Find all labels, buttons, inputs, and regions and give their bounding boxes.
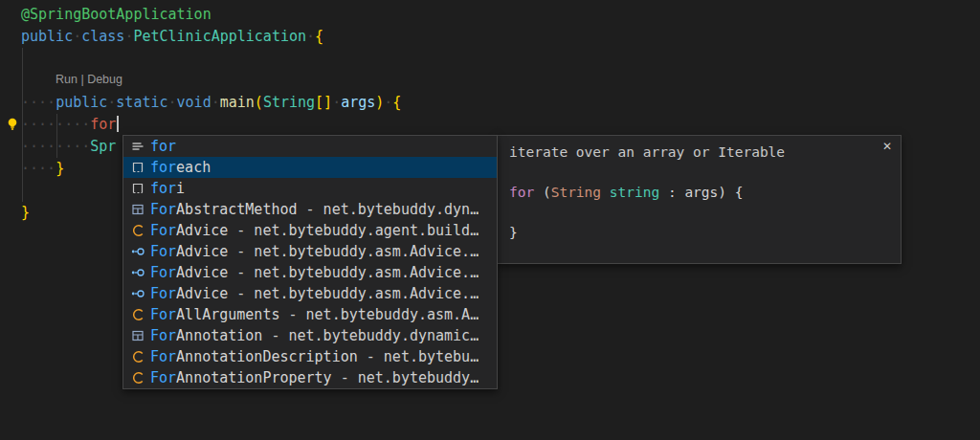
suggestion-label: ForAllArguments - net.bytebuddy.asm.A…: [150, 306, 479, 323]
doc-line: for (String string : args) {: [509, 183, 889, 203]
suggestion-item[interactable]: fori: [123, 178, 497, 199]
code-token: public: [21, 28, 73, 45]
suggestion-detail-text: - net.bytebu…: [358, 348, 479, 365]
code-token: ·: [73, 28, 81, 45]
codelens-row: Run | Debug: [21, 70, 980, 92]
doc-token: [601, 185, 610, 200]
suggestion-label: for: [150, 138, 176, 155]
text-cursor: [117, 116, 119, 132]
code-token: }: [21, 204, 30, 221]
suggestion-item[interactable]: ForAdvice - net.bytebuddy.asm.Advice.…: [123, 262, 497, 283]
suggestion-rest-text: i: [176, 180, 185, 197]
suggestion-rest-text: Advice: [176, 243, 228, 260]
suggestion-label: ForAnnotation - net.bytebuddy.dynamic…: [150, 327, 479, 344]
code-token: @SpringBootApplication: [21, 6, 212, 23]
code-line[interactable]: ····public·static·void·main(String[]·arg…: [21, 92, 980, 114]
suggest-details-panel: ✕ iterate over an array or Iterablefor (…: [497, 135, 902, 264]
suggestion-match-text: For: [150, 369, 176, 386]
code-token: ·: [384, 94, 392, 111]
code-token: String: [263, 94, 315, 111]
suggestion-match-text: For: [150, 348, 176, 365]
doc-line: iterate over an array or Iterable: [509, 143, 889, 163]
suggest-details-content: iterate over an array or Iterablefor (St…: [509, 143, 889, 243]
code-token: ·: [107, 94, 116, 111]
structure-icon: [128, 202, 147, 217]
class-icon: [128, 370, 147, 385]
doc-line: [509, 163, 889, 183]
suggestion-rest-text: AnnotationProperty: [176, 369, 332, 386]
doc-token: iterate over an array or Iterable: [509, 144, 785, 160]
code-token: (: [255, 94, 263, 111]
suggestion-label: ForAdvice - net.bytebuddy.asm.Advice.…: [150, 264, 479, 281]
suggestion-detail-text: - net.bytebuddy…: [332, 369, 479, 386]
suggestion-rest-text: Advice: [176, 222, 228, 239]
suggestion-item[interactable]: ForAnnotationProperty - net.bytebuddy…: [123, 367, 497, 388]
code-token: {: [315, 28, 323, 45]
code-token: {: [392, 94, 401, 111]
doc-token: args: [684, 185, 718, 200]
suggestion-label: ForAdvice - net.bytebuddy.agent.build…: [150, 222, 479, 239]
doc-token: for: [509, 185, 534, 200]
suggestion-label: fori: [150, 180, 185, 197]
suggestion-item[interactable]: for: [123, 136, 497, 157]
code-token: ····: [21, 94, 56, 111]
codelens-debug-link[interactable]: Debug: [87, 73, 122, 86]
code-token: void: [177, 94, 212, 111]
suggestion-item[interactable]: ForAdvice - net.bytebuddy.agent.build…: [123, 220, 497, 241]
suggestion-item[interactable]: ForAllArguments - net.bytebuddy.asm.A…: [123, 304, 497, 325]
keyword-icon: [128, 139, 147, 154]
suggestion-detail-text: - net.bytebuddy.dyn…: [298, 201, 479, 218]
suggestion-rest-text: each: [176, 159, 211, 176]
code-token: for: [90, 116, 116, 133]
suggestion-label: ForAdvice - net.bytebuddy.asm.Advice.…: [150, 285, 479, 302]
code-token: []: [315, 94, 332, 111]
close-icon[interactable]: ✕: [882, 140, 892, 153]
code-token: }: [56, 160, 64, 177]
suggestion-rest-text: Annotation: [176, 327, 262, 344]
suggestion-match-text: For: [150, 264, 176, 281]
code-line-blank[interactable]: [21, 48, 980, 70]
suggestion-label: foreach: [150, 159, 211, 176]
class-icon: [128, 223, 147, 238]
code-token: ·: [212, 94, 220, 111]
doc-token: ) {: [718, 185, 743, 200]
lightbulb-icon[interactable]: [5, 117, 20, 132]
doc-line: }: [509, 223, 889, 243]
suggestion-rest-text: Advice: [176, 285, 228, 302]
reference-icon: [128, 286, 147, 301]
code-token: class: [81, 28, 124, 45]
code-line[interactable]: public·class·PetClinicApplication·{: [21, 26, 980, 48]
suggestion-label: ForAnnotationDescription - net.bytebu…: [150, 348, 479, 365]
suggestion-detail-text: - net.bytebuddy.asm.Advice.…: [228, 285, 479, 302]
suggestion-match-text: For: [150, 327, 176, 344]
suggestion-detail-text: - net.bytebuddy.agent.build…: [228, 222, 479, 239]
code-token: args: [341, 94, 375, 111]
suggestion-match-text: for: [150, 159, 176, 176]
code-token: public: [56, 94, 107, 111]
suggestion-item[interactable]: ForAdvice - net.bytebuddy.asm.Advice.…: [123, 241, 497, 262]
suggestion-item[interactable]: ForAdvice - net.bytebuddy.asm.Advice.…: [123, 283, 497, 304]
suggestion-detail-text: - net.bytebuddy.asm.Advice.…: [228, 243, 479, 260]
suggestion-item[interactable]: ForAnnotation - net.bytebuddy.dynamic…: [123, 325, 497, 346]
code-line[interactable]: ········for: [21, 114, 980, 136]
suggestion-item-selected[interactable]: foreach: [123, 157, 497, 178]
code-line[interactable]: @SpringBootApplication: [21, 4, 980, 26]
suggestion-match-text: For: [150, 285, 176, 302]
code-token: main: [220, 94, 255, 111]
suggestion-rest-text: AnnotationDescription: [176, 348, 358, 365]
suggestion-item[interactable]: ForAnnotationDescription - net.bytebu…: [123, 346, 497, 367]
suggestion-label: ForAnnotationProperty - net.bytebuddy…: [150, 369, 479, 386]
suggestion-item[interactable]: ForAbstractMethod - net.bytebuddy.dyn…: [123, 199, 497, 220]
class-icon: [128, 349, 147, 364]
suggestion-match-text: For: [150, 306, 176, 323]
code-token: ········: [21, 116, 90, 133]
suggestion-label: ForAdvice - net.bytebuddy.asm.Advice.…: [150, 243, 479, 260]
reference-icon: [128, 244, 147, 259]
class-icon: [128, 307, 147, 322]
suggestion-rest-text: AllArguments: [176, 306, 279, 323]
codelens-run-link[interactable]: Run: [56, 73, 78, 86]
reference-icon: [128, 265, 147, 280]
suggestion-detail-text: - net.bytebuddy.asm.Advice.…: [228, 264, 479, 281]
snippet-icon: [128, 181, 147, 196]
code-token: ····: [21, 160, 56, 177]
